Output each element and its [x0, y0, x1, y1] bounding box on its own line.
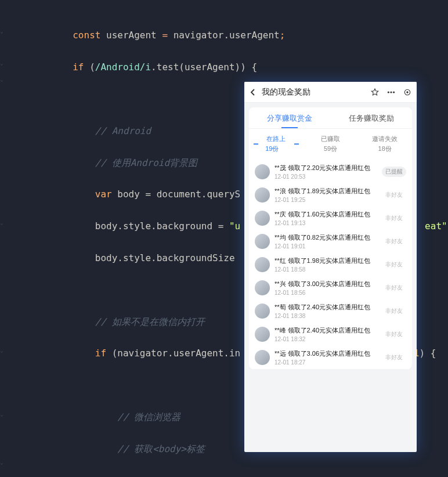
list-item[interactable]: **兴 领取了3.00元实体店通用红包12-01 18:56非好友: [249, 276, 412, 299]
ident-navigator: navigator: [174, 30, 224, 41]
avatar: [255, 303, 270, 319]
avatar: [255, 211, 270, 226]
back-icon[interactable]: [249, 88, 257, 96]
comment-wxbrowser: // 微信浏览器: [117, 411, 180, 422]
svg-point-1: [391, 91, 392, 92]
list-item-time: 12-01 18:58: [274, 266, 377, 273]
list-item[interactable]: **远 领取了3.06元实体店通用红包12-01 18:27非好友: [249, 346, 412, 369]
regex-android: /Android/i: [95, 62, 151, 73]
list-item-info: **茂 领取了2.20元实体店通用红包12-01 20:53: [274, 164, 377, 180]
status-badge-notfriend: 非好友: [382, 259, 406, 270]
keyword-var: var: [95, 189, 112, 200]
tabs: 分享赚取赏金 任务赚取奖励: [249, 107, 412, 129]
stats-row: 在路上 19份 已赚取 59份 邀请失效 18份: [249, 129, 412, 160]
list-item-info: **均 领取了0.82元实体店通用红包12-01 19:01: [274, 233, 377, 250]
list-item-time: 12-01 19:01: [274, 243, 377, 250]
op-assign: =: [162, 30, 168, 41]
tab-share[interactable]: 分享赚取赏金: [249, 107, 331, 128]
list-item[interactable]: **红 领取了1.98元实体店通用红包12-01 18:58非好友: [249, 253, 412, 276]
list-item-time: 12-01 20:53: [274, 174, 377, 180]
svg-point-2: [393, 91, 395, 92]
list-item[interactable]: **峰 领取了2.40元实体店通用红包12-01 18:32非好友: [249, 323, 412, 346]
status-badge-notfriend: 非好友: [382, 283, 406, 293]
status-badge-notfriend: 非好友: [382, 236, 406, 247]
keyword-if2: if: [95, 348, 106, 359]
list-item-time: 12-01 19:13: [274, 220, 377, 226]
list-item-title: **浪 领取了1.89元实体店通用红包: [274, 187, 377, 196]
stat-count: 19份: [249, 144, 304, 153]
keyword-const: const: [73, 30, 100, 41]
list-item-info: **兴 领取了3.00元实体店通用红包12-01 18:56: [274, 280, 377, 296]
status-badge-notfriend: 非好友: [382, 329, 406, 339]
avatar: [255, 327, 270, 342]
more-icon[interactable]: [386, 88, 396, 97]
phone-titlebar: 我的现金奖励: [244, 82, 417, 103]
avatar: [255, 234, 270, 249]
star-icon[interactable]: [370, 88, 380, 97]
code-text: body.style.backgroundSize: [95, 252, 235, 263]
code-text: body = document.ge: [134, 475, 240, 477]
code-text: (navigator.userAgent.in: [106, 348, 240, 359]
svg-point-4: [406, 91, 408, 93]
target-icon[interactable]: [403, 88, 412, 97]
page-title: 我的现金奖励: [262, 87, 366, 97]
comment-android: // Android: [95, 125, 151, 136]
list-item[interactable]: **茂 领取了2.20元实体店通用红包12-01 20:53已提醒: [249, 160, 412, 183]
stat-label: 已赚取: [321, 135, 340, 142]
list-item-info: **庆 领取了1.60元实体店通用红包12-01 19:13: [274, 210, 377, 226]
status-badge-notfriend: 非好友: [382, 213, 406, 223]
phone-mock: 我的现金奖励 分享赚取赏金 任务赚取奖励 在路上 19份 已赚取 5: [244, 82, 417, 452]
status-badge-notfriend: 非好友: [382, 306, 406, 316]
list-item-info: **远 领取了3.06元实体店通用红包12-01 18:27: [274, 349, 377, 366]
list-item-info: **浪 领取了1.89元实体店通用红包12-01 19:25: [274, 187, 377, 203]
stat-onway[interactable]: 在路上 19份: [249, 135, 304, 153]
string-fragment: "u: [229, 221, 240, 232]
status-badge-notfriend: 非好友: [382, 190, 406, 200]
list-item-info: **萄 领取了2.40元实体店通用红包12-01 18:38: [274, 303, 377, 319]
stat-count: 18份: [357, 144, 412, 153]
list-item-info: **红 领取了1.98元实体店通用红包12-01 18:58: [274, 256, 377, 273]
comment-wechat: // 如果不是在微信内打开: [95, 316, 205, 327]
list-item-title: **萄 领取了2.40元实体店通用红包: [274, 303, 377, 312]
list-item[interactable]: **均 领取了0.82元实体店通用红包12-01 19:01非好友: [249, 230, 412, 253]
list-item-title: **峰 领取了2.40元实体店通用红包: [274, 326, 377, 335]
avatar: [255, 280, 270, 295]
list-item-title: **茂 领取了2.20元实体店通用红包: [274, 164, 377, 172]
main-card: 分享赚取赏金 任务赚取奖励 在路上 19份 已赚取 59份 邀请失效 18份 *…: [249, 107, 412, 369]
avatar: [255, 164, 270, 179]
keyword-var2: var: [117, 475, 134, 477]
reward-list: **茂 领取了2.20元实体店通用红包12-01 20:53已提醒**浪 领取了…: [249, 160, 412, 369]
list-item-time: 12-01 18:56: [274, 290, 377, 296]
svg-point-0: [388, 91, 389, 92]
list-item-title: **均 领取了0.82元实体店通用红包: [274, 233, 377, 242]
status-badge-notfriend: 非好友: [382, 352, 406, 363]
avatar: [255, 187, 270, 203]
list-item-title: **庆 领取了1.60元实体店通用红包: [274, 210, 377, 219]
avatar: [255, 350, 270, 365]
stat-expired[interactable]: 邀请失效 18份: [357, 135, 412, 153]
test-call: .test(userAgent)) {: [151, 62, 257, 73]
stat-label: 在路上: [266, 135, 286, 142]
list-item-time: 12-01 18:27: [274, 359, 377, 366]
list-item[interactable]: **萄 领取了2.40元实体店通用红包12-01 18:38非好友: [249, 299, 412, 323]
list-item-title: **红 领取了1.98元实体店通用红包: [274, 256, 377, 265]
list-item-time: 12-01 18:32: [274, 336, 377, 342]
comment-getbody: // 获取<body>标签: [117, 443, 205, 454]
list-item-title: **远 领取了3.06元实体店通用红包: [274, 349, 377, 358]
keyword-if: if: [73, 62, 84, 73]
list-item[interactable]: **庆 领取了1.60元实体店通用红包12-01 19:13非好友: [249, 207, 412, 230]
stat-earned[interactable]: 已赚取 59份: [304, 135, 358, 153]
status-badge-reminded: 已提醒: [382, 167, 406, 177]
list-item[interactable]: **浪 领取了1.89元实体店通用红包12-01 19:25非好友: [249, 183, 412, 207]
stat-count: 59份: [304, 144, 358, 153]
avatar: [255, 257, 270, 272]
ident-userAgent: userAgent: [106, 30, 157, 41]
list-item-info: **峰 领取了2.40元实体店通用红包12-01 18:32: [274, 326, 377, 342]
tab-task[interactable]: 任务赚取奖励: [331, 107, 413, 128]
code-text: body.style.background =: [95, 221, 229, 232]
code-text: ) {: [419, 348, 436, 359]
list-item-time: 12-01 18:38: [274, 313, 377, 319]
list-item-title: **兴 领取了3.00元实体店通用红包: [274, 280, 377, 288]
code-text: body = document.queryS: [112, 189, 241, 200]
list-item-time: 12-01 19:25: [274, 197, 377, 203]
